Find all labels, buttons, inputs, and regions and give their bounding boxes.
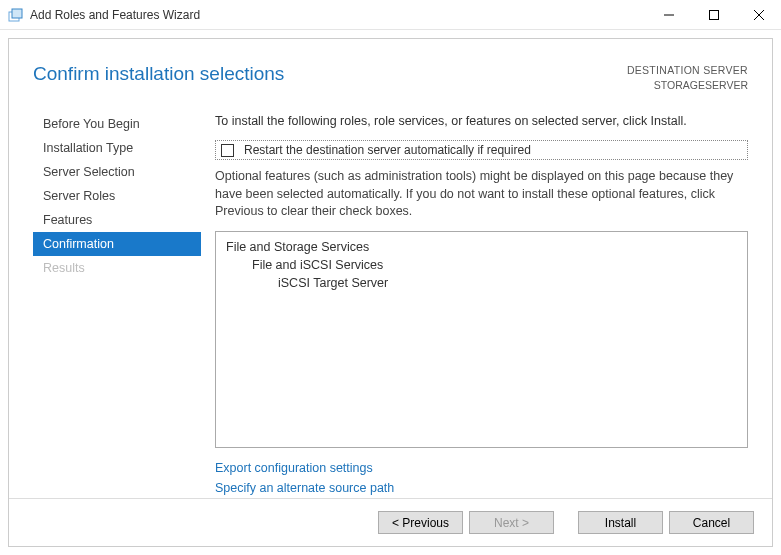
restart-checkbox-row[interactable]: Restart the destination server automatic… [215,140,748,160]
minimize-button[interactable] [646,0,691,29]
sidebar-item-server-selection[interactable]: Server Selection [33,160,201,184]
sidebar-item-installation-type[interactable]: Installation Type [33,136,201,160]
window-controls [646,0,781,29]
alternate-source-link[interactable]: Specify an alternate source path [215,478,748,498]
page-title: Confirm installation selections [33,63,284,85]
sidebar-item-results: Results [33,256,201,280]
list-item: File and iSCSI Services [226,258,737,272]
export-config-link[interactable]: Export configuration settings [215,458,748,478]
destination-server: STORAGESERVER [627,78,748,93]
sidebar-item-server-roles[interactable]: Server Roles [33,184,201,208]
install-button[interactable]: Install [578,511,663,534]
next-button: Next > [469,511,554,534]
selections-list: File and Storage Services File and iSCSI… [215,231,748,448]
destination-label: DESTINATION SERVER [627,63,748,78]
wizard-steps-sidebar: Before You Begin Installation Type Serve… [33,102,201,498]
previous-button[interactable]: < Previous [378,511,463,534]
maximize-button[interactable] [691,0,736,29]
window-title: Add Roles and Features Wizard [30,8,646,22]
wizard-footer: < Previous Next > Install Cancel [9,498,772,546]
svg-rect-1 [12,9,22,18]
restart-checkbox-label: Restart the destination server automatic… [244,143,531,157]
close-button[interactable] [736,0,781,29]
app-icon [8,7,24,23]
destination-info: DESTINATION SERVER STORAGESERVER [627,63,748,92]
optional-features-note: Optional features (such as administratio… [215,168,748,221]
list-item: File and Storage Services [226,240,737,254]
cancel-button[interactable]: Cancel [669,511,754,534]
sidebar-item-features[interactable]: Features [33,208,201,232]
titlebar: Add Roles and Features Wizard [0,0,781,30]
instruction-text: To install the following roles, role ser… [215,114,748,128]
restart-checkbox[interactable] [221,144,234,157]
sidebar-item-before-you-begin[interactable]: Before You Begin [33,112,201,136]
list-item: iSCSI Target Server [226,276,737,290]
svg-rect-3 [709,10,718,19]
sidebar-item-confirmation[interactable]: Confirmation [33,232,201,256]
